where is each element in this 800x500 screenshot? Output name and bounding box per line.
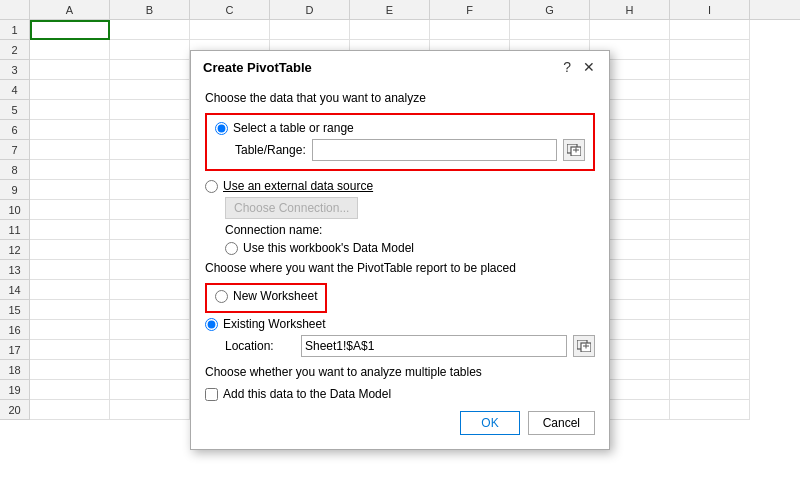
add-data-model-checkbox[interactable]	[205, 388, 218, 401]
radio-existing-worksheet-label: Existing Worksheet	[223, 317, 326, 331]
location-picker-icon	[577, 340, 591, 352]
cancel-button[interactable]: Cancel	[528, 411, 595, 435]
radio-row-existing-worksheet: Existing Worksheet	[205, 317, 595, 331]
choose-connection-button[interactable]: Choose Connection...	[225, 197, 358, 219]
radio-row-new-worksheet: New Worksheet	[215, 289, 317, 303]
radio-new-worksheet-label: New Worksheet	[233, 289, 317, 303]
table-range-field-row: Table/Range:	[235, 139, 585, 161]
location-label: Location:	[225, 339, 295, 353]
dialog-controls: ? ✕	[561, 59, 597, 75]
radio-external-text: Use an external data source	[223, 179, 373, 193]
dialog-body: Choose the data that you want to analyze…	[191, 81, 609, 449]
range-picker-icon	[567, 144, 581, 156]
add-data-model-label: Add this data to the Data Model	[223, 387, 391, 401]
close-button[interactable]: ✕	[581, 59, 597, 75]
location-picker-button[interactable]	[573, 335, 595, 357]
table-range-input[interactable]	[312, 139, 557, 161]
location-input[interactable]	[301, 335, 567, 357]
dialog-title: Create PivotTable	[203, 60, 312, 75]
data-source-box: Select a table or range Table/Range:	[205, 113, 595, 171]
section3-label: Choose whether you want to analyze multi…	[205, 365, 595, 379]
radio-external-label: Use an external data source	[223, 179, 373, 193]
section1-label: Choose the data that you want to analyze	[205, 91, 595, 105]
table-range-label: Table/Range:	[235, 143, 306, 157]
connection-name-row: Connection name:	[225, 223, 595, 237]
radio-existing-worksheet[interactable]	[205, 318, 218, 331]
radio-new-worksheet[interactable]	[215, 290, 228, 303]
radio-data-model[interactable]	[225, 242, 238, 255]
radio-data-model-label: Use this workbook's Data Model	[243, 241, 414, 255]
dialog-titlebar: Create PivotTable ? ✕	[191, 51, 609, 81]
radio-external[interactable]	[205, 180, 218, 193]
radio-table-range[interactable]	[215, 122, 228, 135]
multiple-tables-row: Add this data to the Data Model	[205, 387, 595, 401]
table-range-picker-button[interactable]	[563, 139, 585, 161]
location-field-row: Location:	[225, 335, 595, 357]
help-button[interactable]: ?	[561, 59, 573, 75]
radio-table-range-label: Select a table or range	[233, 121, 354, 135]
create-pivottable-dialog: Create PivotTable ? ✕ Choose the data th…	[190, 50, 610, 450]
action-row: OK Cancel	[205, 411, 595, 435]
use-model-row: Use this workbook's Data Model	[225, 241, 595, 255]
radio-row-table-range: Select a table or range	[215, 121, 585, 135]
ok-button[interactable]: OK	[460, 411, 519, 435]
dialog-overlay: Create PivotTable ? ✕ Choose the data th…	[0, 0, 800, 500]
new-worksheet-box: New Worksheet	[205, 283, 327, 313]
section2-label: Choose where you want the PivotTable rep…	[205, 261, 595, 275]
radio-row-external: Use an external data source	[205, 179, 595, 193]
